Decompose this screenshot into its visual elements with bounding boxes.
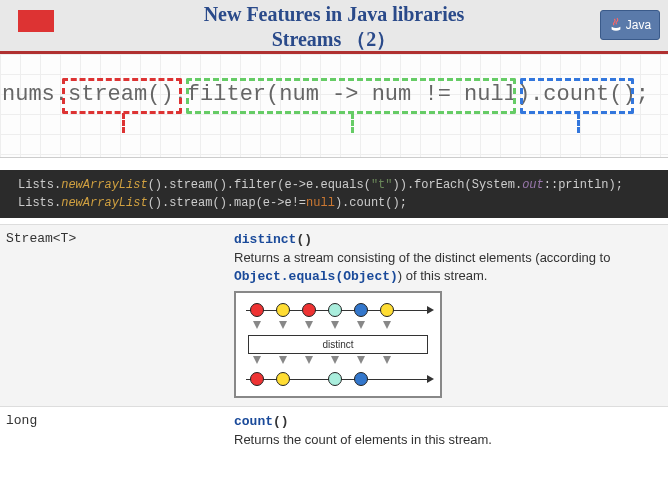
api-table: Stream<T> distinct() Returns a stream co…	[0, 224, 668, 453]
stream-source-box	[62, 78, 182, 114]
api-signature: count()	[234, 414, 289, 429]
marble-blue	[354, 303, 368, 317]
title-line-1: New Features in Java libraries	[0, 2, 668, 27]
api-description: Returns a stream consisting of the disti…	[234, 249, 664, 285]
code-example-block: Lists.newArrayList().stream().filter(e->…	[0, 170, 668, 218]
terminal-op-box	[520, 78, 634, 114]
java-badge: Java	[600, 10, 660, 40]
slide-header: New Features in Java libraries Streams （…	[0, 0, 668, 54]
marble-output-row	[242, 368, 434, 390]
api-row-distinct: Stream<T> distinct() Returns a stream co…	[0, 224, 668, 406]
api-row-count: long count() Returns the count of elemen…	[0, 406, 668, 453]
logo-left	[18, 10, 54, 32]
marble-red	[250, 372, 264, 386]
code-line-2: Lists.newArrayList().stream().map(e->e!=…	[18, 194, 650, 212]
distinct-marble-diagram: distinct	[234, 291, 442, 398]
marble-yellow	[380, 303, 394, 317]
api-return-type: Stream<T>	[4, 231, 234, 402]
marble-input-row	[242, 299, 434, 321]
marble-lightblue	[328, 303, 342, 317]
java-badge-label: Java	[626, 18, 651, 32]
api-signature: distinct()	[234, 232, 312, 247]
marble-red	[250, 303, 264, 317]
java-icon	[609, 17, 623, 33]
slide-title: New Features in Java libraries Streams （…	[0, 0, 668, 52]
stream-pipeline-diagram: nums.stream().filter(num -> num != null)…	[0, 54, 668, 158]
marble-lightblue	[328, 372, 342, 386]
arrows-down	[242, 356, 434, 368]
intermediate-op-box	[186, 78, 516, 114]
api-link-object-equals[interactable]: Object.equals(Object)	[234, 269, 398, 284]
title-line-2: Streams （2）	[0, 27, 668, 52]
marble-yellow	[276, 303, 290, 317]
marble-red	[302, 303, 316, 317]
api-return-type: long	[4, 413, 234, 449]
marble-blue	[354, 372, 368, 386]
api-description: Returns the count of elements in this st…	[234, 431, 664, 449]
arrows-down	[242, 321, 434, 333]
operator-box: distinct	[248, 335, 428, 354]
marble-yellow	[276, 372, 290, 386]
code-line-1: Lists.newArrayList().stream().filter(e->…	[18, 176, 650, 194]
